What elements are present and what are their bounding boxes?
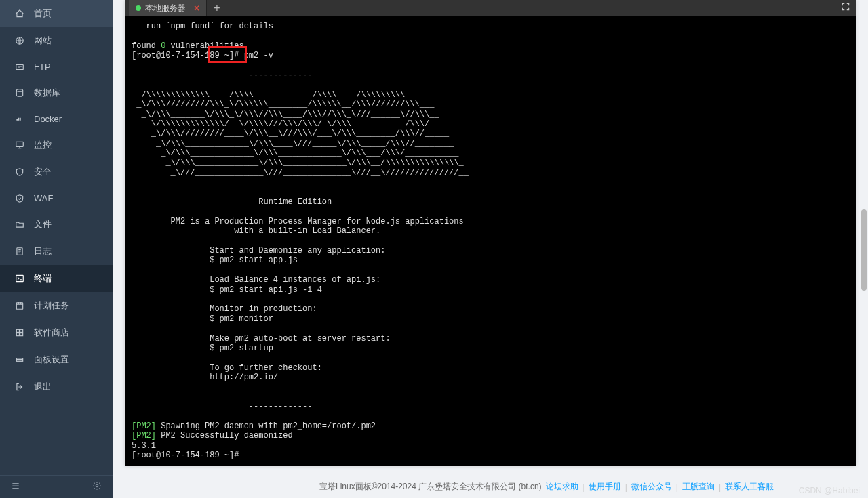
terminal-prompt: [root@10-7-154-189 ~]#	[132, 451, 244, 460]
svg-rect-9	[16, 333, 19, 336]
sidebar-item-ftp[interactable]: FTP	[0, 54, 113, 79]
docker-icon	[14, 115, 26, 124]
svg-point-2	[16, 89, 22, 92]
scrollbar-thumb[interactable]	[861, 209, 867, 291]
terminal-text: vulnerabilities	[165, 41, 243, 51]
terminal-line: Start and Daemonize any application:	[132, 246, 385, 255]
terminal-line: run `npm fund` for details	[132, 22, 273, 31]
terminal-line: Make pm2 auto-boot at server restart:	[132, 334, 391, 344]
svg-rect-1	[16, 64, 24, 69]
svg-rect-12	[16, 360, 22, 362]
waf-icon	[14, 194, 26, 203]
sidebar-item-label: 网站	[34, 35, 52, 47]
sidebar-item-label: 监控	[34, 139, 52, 151]
sidebar-item-label: 计划任务	[34, 299, 69, 312]
svg-point-13	[96, 484, 98, 487]
terminal-ascii: ------------- __/\\\\\\\\\\\\\____/\\\\_…	[132, 70, 469, 178]
terminal-line: -------------	[132, 402, 312, 411]
monitor-icon	[14, 140, 26, 150]
sidebar-item-label: 首页	[34, 7, 52, 20]
watermark: CSDN @Habibei	[799, 486, 860, 495]
footer-link-support[interactable]: 联系人工客服	[725, 481, 774, 493]
terminal-line: $ pm2 start api.js -i 4	[132, 285, 322, 295]
fullscreen-icon[interactable]	[841, 2, 850, 14]
home-icon	[14, 9, 26, 18]
terminal-line: with a built-in Load Balancer.	[132, 226, 380, 236]
schedule-icon	[14, 301, 26, 310]
terminal-body[interactable]: run `npm fund` for details found 0 vulne…	[125, 16, 856, 466]
database-icon	[14, 88, 26, 98]
sidebar-item-label: FTP	[34, 62, 51, 72]
settings-icon	[14, 355, 26, 365]
page-scrollbar[interactable]	[860, 0, 868, 498]
footer: 宝塔Linux面板©2014-2024 广东堡塔安全技术有限公司 (bt.cn)…	[237, 481, 856, 493]
sidebar-item-settings[interactable]: 面板设置	[0, 346, 113, 373]
sidebar-item-label: 面板设置	[34, 354, 69, 366]
sidebar-item-store[interactable]: 软件商店	[0, 319, 113, 346]
terminal-tag: [PM2]	[132, 431, 156, 440]
terminal-command: pm2 -v	[244, 51, 273, 60]
svg-rect-6	[16, 303, 22, 309]
terminal-line: To go further checkout:	[132, 363, 322, 373]
terminal-tabbar: 本地服务器 × +	[125, 0, 856, 16]
terminal-prompt: [root@10-7-154-189 ~]#	[132, 51, 244, 60]
footer-link-wechat[interactable]: 微信公众号	[631, 481, 672, 493]
log-icon	[14, 247, 26, 256]
footer-link-manual[interactable]: 使用手册	[589, 481, 621, 493]
collapse-icon[interactable]	[11, 481, 20, 493]
terminal-version: 5.3.1	[132, 441, 156, 451]
sidebar-item-website[interactable]: 网站	[0, 27, 113, 54]
svg-rect-11	[16, 358, 22, 360]
globe-icon	[14, 36, 26, 45]
ftp-icon	[14, 62, 26, 72]
sidebar-item-logs[interactable]: 日志	[0, 238, 113, 265]
tab-label: 本地服务器	[145, 3, 186, 14]
logout-icon	[14, 382, 26, 392]
sidebar-item-database[interactable]: 数据库	[0, 79, 113, 106]
terminal-tag: [PM2]	[132, 421, 156, 431]
gear-icon[interactable]	[92, 481, 102, 493]
sidebar-item-home[interactable]: 首页	[0, 0, 113, 27]
svg-rect-5	[16, 275, 24, 281]
sidebar-item-cron[interactable]: 计划任务	[0, 292, 113, 319]
terminal-line: $ pm2 monitor	[132, 314, 273, 324]
add-tab-button[interactable]: +	[207, 2, 226, 14]
sidebar-item-logout[interactable]: 退出	[0, 373, 113, 400]
sidebar-item-label: Docker	[34, 114, 62, 124]
terminal-line: $ pm2 startup	[132, 344, 273, 353]
terminal-line: Runtime Edition	[132, 197, 332, 207]
sidebar-item-security[interactable]: 安全	[0, 159, 113, 186]
footer-link-genuine[interactable]: 正版查询	[682, 481, 715, 493]
terminal-tab-local[interactable]: 本地服务器 ×	[129, 0, 207, 16]
main-area: 本地服务器 × + run `npm fund` for details fou…	[113, 0, 868, 498]
close-tab-icon[interactable]: ×	[194, 3, 199, 14]
svg-rect-8	[20, 329, 23, 332]
terminal-line: http://pm2.io/	[132, 373, 278, 382]
sidebar-item-docker[interactable]: Docker	[0, 106, 113, 131]
terminal-line: Load Balance 4 instances of api.js:	[132, 275, 380, 285]
terminal-icon	[14, 274, 26, 283]
terminal-line: PM2 Successfully daemonized	[156, 431, 293, 440]
sidebar-item-label: WAF	[34, 193, 53, 203]
sidebar: 首页 网站 FTP 数据库 Docker 监控 安全 WAF 文件 日志 终端 …	[0, 0, 113, 498]
sidebar-item-label: 数据库	[34, 87, 60, 99]
terminal-line: PM2 is a Production Process Manager for …	[132, 217, 464, 226]
terminal-line: Monitor in production:	[132, 304, 317, 314]
store-icon	[14, 328, 26, 337]
status-dot-icon	[136, 5, 141, 11]
terminal-line: $ pm2 start app.js	[132, 255, 298, 265]
sidebar-item-monitor[interactable]: 监控	[0, 131, 113, 159]
sidebar-item-label: 日志	[34, 245, 52, 257]
sidebar-item-label: 文件	[34, 218, 52, 230]
sidebar-item-waf[interactable]: WAF	[0, 186, 113, 211]
sidebar-item-files[interactable]: 文件	[0, 211, 113, 238]
terminal-window: 本地服务器 × + run `npm fund` for details fou…	[125, 0, 856, 466]
terminal-text: found	[132, 41, 161, 51]
svg-rect-3	[16, 142, 24, 146]
sidebar-item-terminal[interactable]: 终端	[0, 265, 113, 292]
footer-link-forum[interactable]: 论坛求助	[546, 481, 578, 493]
sidebar-item-label: 软件商店	[34, 327, 69, 339]
terminal-line: Spawning PM2 daemon with pm2_home=/root/…	[156, 421, 376, 431]
folder-icon	[14, 220, 26, 229]
shield-icon	[14, 167, 26, 177]
